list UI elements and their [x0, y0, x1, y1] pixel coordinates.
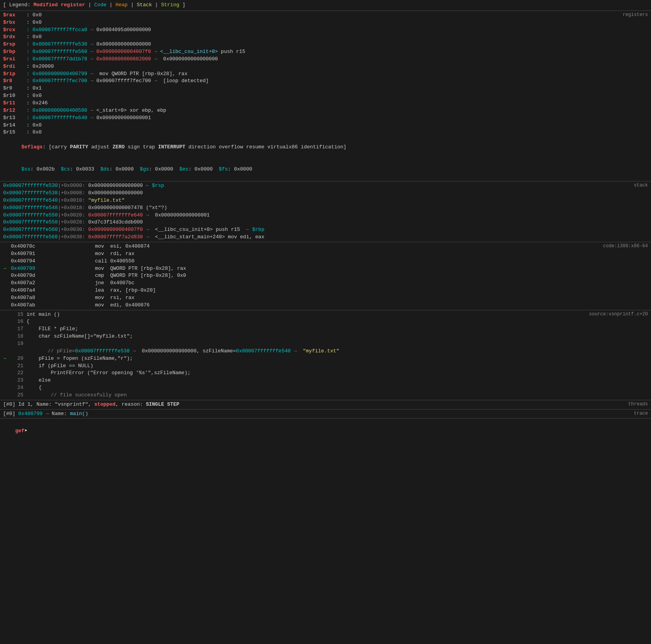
code-row: → 0x400799movQWORD PTR [rbp-0x28], rax	[3, 265, 648, 273]
code-no-arrow	[3, 280, 11, 287]
code-row: 0x40079dcmpQWORD PTR [rbp-0x28], 0x0	[3, 272, 648, 280]
src-text: int main ()	[26, 311, 60, 318]
code-no-arrow	[3, 287, 11, 294]
src-linenum: 16	[11, 318, 23, 326]
stack-row: 0x00007fffffffe540|+0x0010: "myfile.txt"	[3, 197, 648, 204]
seg-cs: $cs	[61, 166, 70, 172]
stack-offset: |+0x0020:	[58, 212, 88, 218]
trace-line: [#0] 0x400799 → Name: main()	[3, 410, 648, 418]
src-text: PrintFError ("Error opening '%s'",szFile…	[26, 370, 190, 377]
src-linenum: 25	[11, 392, 23, 399]
legend-stack: Stack	[137, 2, 152, 8]
stack-addr: 0x00007fffffffe538	[3, 190, 58, 196]
src-linenum: 20	[11, 355, 23, 362]
code-addr: 0x400794	[11, 258, 46, 265]
reg-name: $rbx	[3, 19, 26, 26]
code-current-arrow: →	[3, 265, 11, 273]
code-row: 0x40078cmovesi, 0x400874	[3, 243, 648, 250]
trace-id: [#0]	[3, 411, 18, 417]
src-text: else	[26, 377, 51, 384]
gef-prompt[interactable]: gef➤	[0, 419, 651, 444]
reg-value: : 0x0	[26, 93, 42, 99]
legend-heap: Heap	[116, 2, 128, 8]
eflags-name: $eflags	[21, 144, 43, 150]
reg-target: mov QWORD PTR [rbp-0x28], rax	[96, 71, 187, 77]
register-line: $rdx: 0x0	[3, 33, 648, 41]
reg-value: : 0x0	[26, 12, 42, 18]
trace-label: trace	[634, 410, 648, 417]
legend-code: Code	[94, 2, 106, 8]
reg-name: $rdi	[3, 63, 26, 70]
src-text: // file successfully open	[26, 392, 127, 399]
code-args: edi, 0x400876	[110, 302, 150, 309]
code-row: 0x400794call0x400550	[3, 258, 648, 265]
reg-extra: → 0x0000000000000000	[151, 56, 218, 62]
code-container: 0x40078cmovesi, 0x400874 0x400791movrdi,…	[3, 243, 648, 309]
source-container: 15int main () 16{ 17 FILE * pFile; 18 ch…	[3, 311, 648, 399]
source-row: 25 // file successfully open	[3, 392, 648, 399]
code-args: rsi, rax	[110, 294, 134, 302]
stack-row: 0x00007fffffffe530|+0x0000: 0x0000000000…	[3, 182, 648, 190]
reg-value: : 0x00007fffffffe530	[26, 41, 87, 47]
trace-section: trace [#0] 0x400799 → Name: main()	[0, 410, 651, 419]
stack-label: stack	[634, 182, 648, 189]
seg-gs-val: : 0x0000	[149, 166, 179, 172]
stack-note: → <__libc_start_main+240> mov edi, eax	[143, 234, 264, 240]
register-line: $r9: 0x1	[3, 85, 648, 92]
src-no-arrow	[3, 311, 11, 318]
register-line: $rip: 0x0000000000400799 → mov QWORD PTR…	[3, 70, 648, 78]
src-no-arrow	[3, 377, 11, 384]
code-no-arrow	[3, 294, 11, 302]
src-no-arrow	[3, 384, 11, 392]
stack-row: 0x00007fffffffe548|+0x0018: 0x0000000000…	[3, 204, 648, 212]
reg-name: $rsi	[3, 56, 26, 63]
stack-note: ("xt"?)	[143, 205, 167, 211]
code-no-arrow	[3, 250, 11, 258]
stack-value: 0x00000000004007f0	[88, 227, 143, 232]
stack-offset: |+0x0028:	[58, 219, 88, 225]
reg-arrow: →	[87, 107, 96, 113]
code-no-arrow	[3, 243, 11, 250]
source-row: // pFile=0x00007fffffffe538 → 0x00000000…	[3, 348, 648, 355]
legend-sep1: |	[85, 2, 94, 8]
register-line: $r15: 0x0	[3, 129, 648, 136]
reg-value: : 0x1	[26, 85, 42, 91]
code-args: rdi, rax	[110, 250, 134, 258]
reg-extra: → <__libc_csu_init+0> push r15	[151, 49, 245, 55]
reg-extra: → [loop detected]	[151, 78, 209, 84]
reg-value: : 0x0	[26, 129, 42, 135]
reg-target: 0x0004095d00000000	[96, 27, 151, 33]
stack-row: 0x00007fffffffe538|+0x0008: 0x0000000000…	[3, 190, 648, 197]
threads-label: threads	[628, 401, 648, 408]
terminal: [ Legend: Modified register | Code | Hea…	[0, 0, 651, 644]
stack-addr: 0x00007fffffffe530	[3, 183, 58, 188]
code-instr: jne	[89, 280, 110, 287]
seg-es: $es	[179, 166, 188, 172]
code-section: code:i386:x86-64 0x40078cmovesi, 0x40087…	[0, 242, 651, 310]
code-no-arrow	[3, 272, 11, 280]
stack-value: 0x0000000000000000	[88, 190, 143, 196]
gef-prompt-text: gef	[15, 428, 24, 434]
seg-fs-val: : 0x0000	[228, 166, 252, 172]
code-args: 0x4007bc	[110, 280, 137, 287]
code-addr: 0x4007ab	[11, 302, 46, 309]
code-no-arrow	[3, 302, 11, 309]
stack-offset: |+0x0010:	[58, 197, 88, 203]
reg-arrow: →	[87, 49, 96, 55]
reg-value: : 0x0	[26, 34, 42, 40]
code-no-arrow	[3, 258, 11, 265]
reg-arrow: →	[87, 56, 96, 62]
reg-name: $r14	[3, 122, 26, 129]
threads-line: [#0] Id 1, Name: "vsnprintf", stopped, r…	[3, 401, 648, 408]
register-line: $rbp: 0x00007fffffffe560 → 0x00000000004…	[3, 48, 648, 56]
src-arrow2: →	[291, 348, 300, 355]
seg-ss-val: : 0x002b	[30, 166, 61, 172]
reg-value: : 0x20000	[26, 63, 54, 69]
legend-sep2: |	[106, 2, 115, 8]
reg-target: 0x0000000000000001	[96, 115, 151, 121]
trace-func: main()	[70, 411, 88, 417]
trace-name: Name:	[52, 411, 70, 417]
code-row: 0x4007a8movrsi, rax	[3, 294, 648, 302]
legend-prefix: [ Legend:	[3, 2, 33, 8]
reg-arrow: →	[87, 115, 96, 121]
